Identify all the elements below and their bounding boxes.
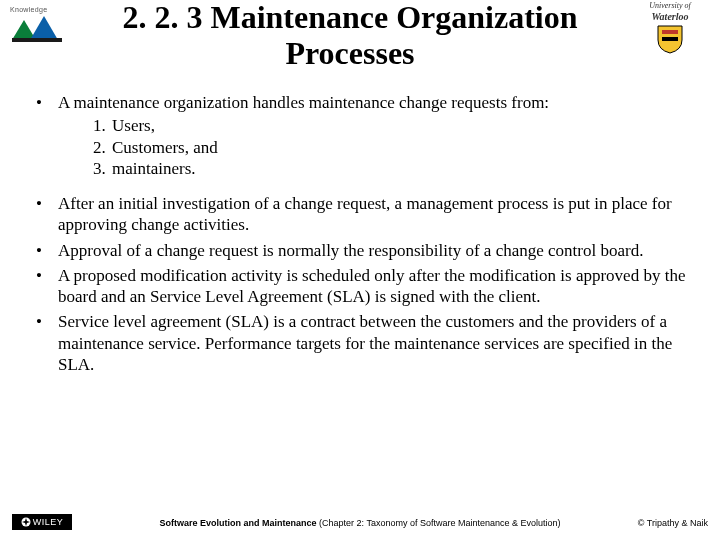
numbered-item: maintainers. xyxy=(110,158,690,179)
bullet-item: After an initial investigation of a chan… xyxy=(30,193,690,236)
footer-center: Software Evolution and Maintenance (Chap… xyxy=(0,518,720,528)
bullet-text: A proposed modification activity is sche… xyxy=(58,266,685,306)
slide: Knowledge University of Waterloo 2. 2. 3… xyxy=(0,0,720,540)
svg-rect-3 xyxy=(662,37,678,41)
bullet-text: Service level agreement (SLA) is a contr… xyxy=(58,312,672,374)
bullet-item: A proposed modification activity is sche… xyxy=(30,265,690,308)
slide-footer: WILEY Software Evolution and Maintenance… xyxy=(0,510,720,532)
svg-rect-1 xyxy=(12,38,62,42)
bullet-text: Approval of a change request is normally… xyxy=(58,241,643,260)
waterloo-logo: University of Waterloo xyxy=(630,2,710,54)
slide-body: A maintenance organization handles maint… xyxy=(30,92,690,379)
svg-rect-2 xyxy=(662,30,678,34)
waterloo-logo-prefix: University of xyxy=(630,2,710,10)
bullet-item: Service level agreement (SLA) is a contr… xyxy=(30,311,690,375)
slide-title: 2. 2. 3 Maintenance Organization Process… xyxy=(80,0,620,72)
knowledge-logo-label: Knowledge xyxy=(10,6,66,13)
footer-subtitle: (Chapter 2: Taxonomy of Software Mainten… xyxy=(317,518,561,528)
shield-icon xyxy=(656,24,684,54)
numbered-item: Users, xyxy=(110,115,690,136)
knowledge-logo: Knowledge xyxy=(10,6,66,46)
bullet-item: Approval of a change request is normally… xyxy=(30,240,690,261)
bullet-text: A maintenance organization handles maint… xyxy=(58,93,549,112)
footer-title: Software Evolution and Maintenance xyxy=(160,518,317,528)
numbered-item: Customers, and xyxy=(110,137,690,158)
bullet-item: A maintenance organization handles maint… xyxy=(30,92,690,179)
bullet-text: After an initial investigation of a chan… xyxy=(58,194,672,234)
footer-copyright: © Tripathy & Naik xyxy=(638,518,708,528)
waterloo-logo-label: Waterloo xyxy=(630,12,710,22)
knowledge-logo-icon xyxy=(10,14,66,44)
